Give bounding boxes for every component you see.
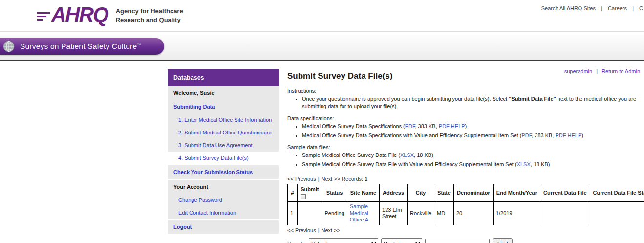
data-specifications-label: Data specifications:	[287, 115, 641, 121]
cell-site-name: Sample Medical Office A	[347, 201, 379, 225]
cell-current-data-file	[540, 201, 590, 225]
find-button[interactable]: Find	[493, 238, 513, 243]
col-header-status: Status	[322, 184, 347, 202]
previous-link[interactable]: << Previous	[287, 227, 316, 233]
sidebar-item-enter-site-information[interactable]: 1. Enter Medical Office Site Information	[168, 113, 279, 126]
top-link-search-all-ahrq-sites[interactable]: Search All AHRQ Sites	[541, 5, 596, 11]
site-header: AHRQ Agency for Healthcare Research and …	[0, 0, 644, 31]
xlsx-link[interactable]: XLSX	[400, 152, 414, 158]
sidebar-your-account-heading: Your Account	[168, 179, 279, 194]
table-header-row: # Submit Status Site Name Address City S…	[288, 184, 644, 202]
submit-data-file-emphasis: "Submit Data File"	[509, 96, 556, 102]
cell-denominator: 20	[454, 201, 494, 225]
cell-address: 123 Elm Street	[380, 201, 408, 225]
pdf-link[interactable]: PDF	[521, 133, 532, 138]
next-link[interactable]: Next >>	[322, 227, 341, 233]
col-header-submit: Submit	[298, 184, 322, 202]
col-header-city: City	[408, 184, 434, 202]
sidebar: Databases Welcome, Susie Submitting Data…	[168, 69, 279, 234]
banner-strip: Surveys on Patient Safety Culture™	[0, 31, 644, 61]
search-operator-select[interactable]: Contains	[381, 238, 422, 243]
sample-bullet: Sample Medical Office Survey Data File (…	[302, 152, 641, 159]
logo-tagline: Agency for Healthcare Research and Quali…	[116, 5, 183, 24]
search-field-select[interactable]: Submit	[309, 238, 378, 243]
sidebar-welcome-text: Welcome, Susie	[168, 86, 279, 100]
col-header-num: #	[288, 184, 298, 202]
sample-data-files-label: Sample data files:	[287, 144, 641, 150]
pagination-separator: |	[318, 176, 320, 182]
logo-text: AHRQ	[51, 4, 108, 25]
logo-speed-lines-icon	[37, 12, 50, 21]
banner-title: Surveys on Patient Safety Culture™	[20, 42, 141, 51]
top-link-careers[interactable]: Careers	[608, 5, 627, 11]
cell-status: Pending	[322, 201, 347, 225]
spec-bullet: Medical Office Survey Data Specification…	[302, 132, 641, 139]
cell-city: Rockville	[408, 201, 434, 225]
records-count: 1	[365, 176, 367, 182]
pdf-link[interactable]: PDF	[405, 123, 415, 129]
pagination-bottom: << Previous|Next >>	[287, 227, 641, 233]
col-header-denominator: Denominator	[454, 184, 494, 202]
cell-state: MD	[434, 201, 454, 225]
top-link-truncated[interactable]: C	[639, 5, 643, 11]
sidebar-item-submit-data-use-agreement[interactable]: 3. Submit Data Use Agreement	[168, 139, 279, 152]
data-specifications-list: Medical Office Survey Data Specification…	[287, 123, 641, 139]
col-header-site-name: Site Name	[347, 184, 379, 202]
sidebar-item-logout[interactable]: Logout	[168, 219, 279, 234]
col-header-address: Address	[380, 184, 408, 202]
search-input[interactable]	[425, 239, 490, 243]
spec-bullet: Medical Office Survey Data Specification…	[302, 123, 641, 130]
sample-files-list: Sample Medical Office Survey Data File (…	[287, 152, 641, 168]
previous-link[interactable]: << Previous	[287, 176, 316, 182]
records-label: Records:	[342, 176, 363, 182]
sidebar-title: Databases	[168, 69, 279, 86]
sidebar-item-edit-contact-information[interactable]: Edit Contact Information	[168, 206, 279, 219]
pagination-separator: |	[318, 227, 320, 233]
cell-end-month-year: 1/2019	[493, 201, 540, 225]
top-nav: Search All AHRQ Sites | Careers | C	[541, 5, 643, 11]
page-title: Submit Survey Data File(s)	[287, 71, 641, 81]
sample-bullet: Sample Medical Office Survey Data File w…	[302, 161, 641, 168]
search-label: Search:	[287, 241, 306, 243]
ahrq-logo[interactable]: AHRQ Agency for Healthcare Research and …	[37, 4, 183, 25]
sort-icon[interactable]	[301, 194, 306, 199]
sidebar-item-check-submission-status[interactable]: Check Your Submission Status	[168, 164, 279, 179]
sidebar-item-change-password[interactable]: Change Password	[168, 194, 279, 206]
col-header-end-month-year: End Month/Year	[493, 184, 540, 202]
sidebar-item-submit-survey-data-files[interactable]: 4. Submit Survey Data File(s)	[168, 152, 279, 164]
cell-submit	[298, 201, 322, 225]
next-link[interactable]: Next >>	[322, 176, 341, 182]
instructions-label: Instructions:	[287, 88, 641, 94]
sops-banner: Surveys on Patient Safety Culture™	[0, 38, 164, 55]
cell-current-data-file-status	[590, 201, 644, 225]
sites-table: # Submit Status Site Name Address City S…	[287, 184, 644, 225]
sidebar-item-submitting-data[interactable]: Submitting Data	[168, 100, 279, 113]
pagination-top: << Previous|Next >> Records: 1	[287, 176, 641, 182]
col-header-current-data-file: Current Data File	[540, 184, 590, 202]
top-link-separator: |	[632, 5, 634, 11]
site-name-link[interactable]: Sample Medical Office A	[350, 203, 368, 223]
main-content: Submit Survey Data File(s) Instructions:…	[287, 70, 641, 243]
search-bar: Search: Submit Contains Find	[287, 238, 641, 243]
pdf-help-link[interactable]: PDF HELP	[555, 133, 581, 138]
col-header-state: State	[434, 184, 454, 202]
instructions-bullet: Once your questionnaire is approved you …	[302, 95, 641, 110]
globe-icon	[2, 40, 15, 53]
instructions-list: Once your questionnaire is approved you …	[287, 95, 641, 110]
top-link-separator: |	[601, 5, 602, 11]
cell-num: 1.	[288, 201, 298, 225]
sidebar-item-submit-questionnaire[interactable]: 2. Submit Medical Office Questionnaire	[168, 126, 279, 139]
sidebar-menu: Welcome, Susie Submitting Data 1. Enter …	[168, 86, 279, 234]
col-header-current-data-file-status: Current Data File Status	[590, 184, 644, 202]
pdf-help-link[interactable]: PDF HELP	[439, 123, 465, 129]
table-row: 1. Pending Sample Medical Office A 123 E…	[288, 201, 644, 225]
trademark-symbol: ™	[137, 43, 141, 47]
xlsx-link[interactable]: XLSX	[517, 161, 531, 167]
